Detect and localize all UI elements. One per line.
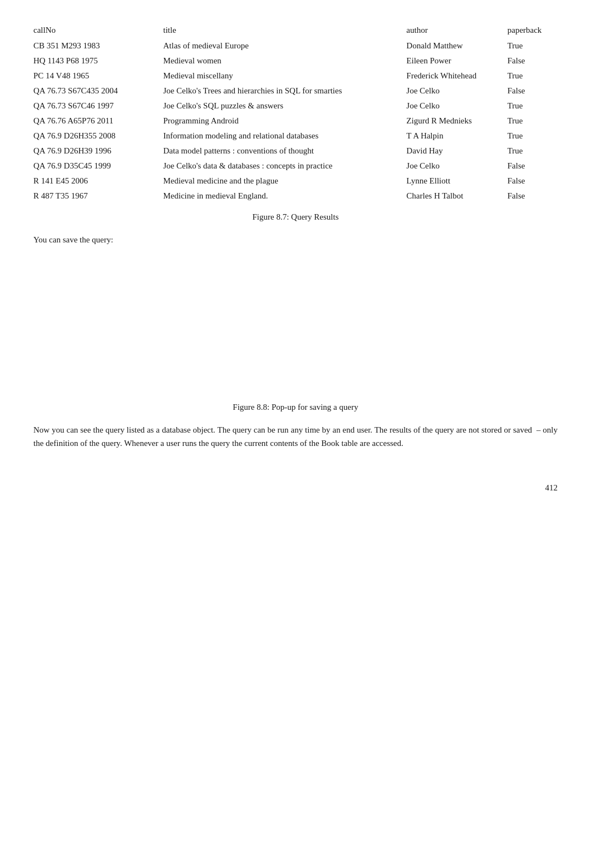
cell-paperback: False [508, 83, 558, 98]
figure-8-8-area [33, 256, 558, 400]
cell-title: Joe Celko's SQL puzzles & answers [163, 98, 406, 113]
cell-paperback: True [508, 143, 558, 158]
cell-paperback: True [508, 38, 558, 53]
table-row: QA 76.9 D26H39 1996Data model patterns :… [33, 143, 558, 158]
table-row: QA 76.9 D26H355 2008Information modeling… [33, 128, 558, 143]
cell-author: David Hay [406, 143, 507, 158]
cell-title: Medieval women [163, 53, 406, 68]
table-row: HQ 1143 P68 1975Medieval womenEileen Pow… [33, 53, 558, 68]
cell-author: Lynne Elliott [406, 173, 507, 189]
table-row: R 141 E45 2006Medieval medicine and the … [33, 173, 558, 189]
figure-2-caption: Figure 8.8: Pop-up for saving a query [33, 403, 558, 412]
body-paragraph: Now you can see the query listed as a da… [33, 423, 558, 450]
col-header-paperback: paperback [508, 22, 558, 38]
save-query-label: You can save the query: [33, 235, 558, 245]
cell-title: Medieval miscellany [163, 68, 406, 83]
table-row: QA 76.76 A65P76 2011Programming AndroidZ… [33, 113, 558, 128]
cell-callno: QA 76.73 S67C46 1997 [33, 98, 163, 113]
cell-author: Frederick Whitehead [406, 68, 507, 83]
cell-paperback: True [508, 113, 558, 128]
cell-author: Donald Matthew [406, 38, 507, 53]
cell-title: Programming Android [163, 113, 406, 128]
cell-callno: QA 76.73 S67C435 2004 [33, 83, 163, 98]
cell-callno: QA 76.76 A65P76 2011 [33, 113, 163, 128]
cell-title: Information modeling and relational data… [163, 128, 406, 143]
cell-title: Joe Celko's data & databases : concepts … [163, 158, 406, 173]
cell-author: Zigurd R Mednieks [406, 113, 507, 128]
page-number: 412 [33, 483, 558, 493]
cell-callno: R 487 T35 1967 [33, 189, 163, 204]
cell-title: Data model patterns : conventions of tho… [163, 143, 406, 158]
cell-callno: PC 14 V48 1965 [33, 68, 163, 83]
col-header-author: author [406, 22, 507, 38]
figure-1-caption: Figure 8.7: Query Results [33, 212, 558, 222]
cell-callno: QA 76.9 D35C45 1999 [33, 158, 163, 173]
cell-author: Joe Celko [406, 98, 507, 113]
cell-title: Atlas of medieval Europe [163, 38, 406, 53]
cell-callno: CB 351 M293 1983 [33, 38, 163, 53]
cell-author: Joe Celko [406, 158, 507, 173]
table-row: R 487 T35 1967Medicine in medieval Engla… [33, 189, 558, 204]
cell-callno: R 141 E45 2006 [33, 173, 163, 189]
cell-paperback: True [508, 98, 558, 113]
cell-paperback: False [508, 173, 558, 189]
cell-paperback: False [508, 53, 558, 68]
table-row: PC 14 V48 1965Medieval miscellanyFrederi… [33, 68, 558, 83]
cell-title: Medieval medicine and the plague [163, 173, 406, 189]
col-header-callno: callNo [33, 22, 163, 38]
cell-callno: HQ 1143 P68 1975 [33, 53, 163, 68]
cell-author: Eileen Power [406, 53, 507, 68]
table-row: CB 351 M293 1983Atlas of medieval Europe… [33, 38, 558, 53]
cell-paperback: False [508, 189, 558, 204]
table-row: QA 76.9 D35C45 1999Joe Celko's data & da… [33, 158, 558, 173]
table-row: QA 76.73 S67C435 2004Joe Celko's Trees a… [33, 83, 558, 98]
cell-author: T A Halpin [406, 128, 507, 143]
cell-title: Medicine in medieval England. [163, 189, 406, 204]
cell-author: Joe Celko [406, 83, 507, 98]
cell-author: Charles H Talbot [406, 189, 507, 204]
cell-callno: QA 76.9 D26H355 2008 [33, 128, 163, 143]
col-header-title: title [163, 22, 406, 38]
cell-paperback: False [508, 158, 558, 173]
cell-title: Joe Celko's Trees and hierarchies in SQL… [163, 83, 406, 98]
query-results-table: callNo title author paperback CB 351 M29… [33, 22, 558, 204]
cell-paperback: True [508, 68, 558, 83]
cell-paperback: True [508, 128, 558, 143]
table-row: QA 76.73 S67C46 1997Joe Celko's SQL puzz… [33, 98, 558, 113]
cell-callno: QA 76.9 D26H39 1996 [33, 143, 163, 158]
